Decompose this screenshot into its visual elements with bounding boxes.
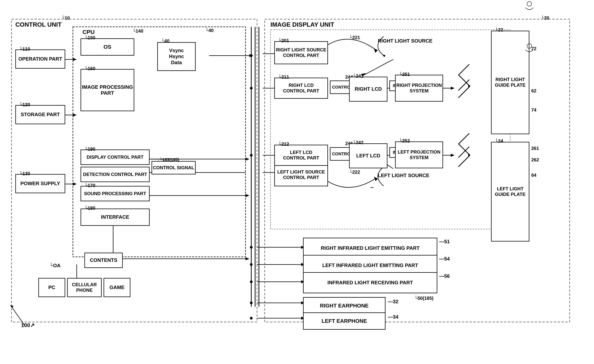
ref-vsync: └40	[161, 38, 169, 44]
ref-power: └130	[19, 171, 30, 176]
left-light-guide-box: LEFT LIGHTGUIDE PLATE	[491, 142, 529, 242]
svg-point-26	[250, 54, 253, 57]
svg-marker-12	[245, 158, 249, 161]
right-mirror-top	[453, 73, 472, 104]
vsync-box: VsyncHsyncData	[157, 42, 196, 71]
right-lcd-box: RIGHT LCD	[349, 77, 387, 102]
left-lcd-box: LEFT LCD	[349, 143, 387, 168]
svg-point-47	[250, 246, 253, 249]
right-lcd-ctrl-box: RIGHT LCDCONTROL PART	[274, 78, 328, 99]
ref-40: └40	[205, 28, 214, 33]
ref-56: —56	[439, 273, 450, 279]
ref-54: —54	[439, 256, 450, 262]
svg-marker-5	[73, 58, 77, 61]
os-box: OS	[81, 38, 134, 56]
image-processing-box: IMAGE PROCESSING PART	[81, 69, 134, 111]
ref-right-ls: └221	[349, 35, 360, 40]
ref-ctrl-sig-3: ↑└183(185)	[157, 157, 179, 162]
control-signal-3-box: CONTROL SIGNAL	[152, 161, 196, 174]
svg-point-45	[250, 87, 253, 90]
ref-image-proc: └160	[84, 66, 95, 71]
left-earphone-box: LEFT EARPHONE	[303, 312, 385, 330]
display-control-box: DISPLAY CONTROL PART	[81, 150, 150, 165]
ref-os: └150	[84, 35, 95, 40]
svg-marker-16	[245, 194, 249, 197]
ref-right-lsc: └201	[278, 38, 289, 43]
diagram: CONTROL UNIT └10 IMAGE DISPLAY UNIT └20 …	[0, 0, 594, 364]
ref-left-proj: └252	[399, 138, 410, 144]
ref-right-lcd: └241	[352, 73, 364, 79]
svg-marker-10	[73, 182, 77, 185]
svg-point-46	[250, 154, 253, 157]
ref-51: —51	[439, 239, 450, 245]
svg-line-66	[364, 60, 393, 75]
ref-storage: └120	[19, 102, 30, 107]
contents-box: CONTENTS	[84, 253, 123, 268]
svg-point-49	[250, 280, 253, 283]
ref-left-lcd: └242	[352, 140, 364, 145]
left-light-source-label: LEFT LIGHT SOURCE	[378, 172, 429, 179]
power-supply-box: POWER SUPPLY	[15, 174, 65, 193]
sound-processing-box: SOUND PROCESSING PART	[81, 186, 150, 201]
svg-marker-72	[10, 305, 14, 308]
ref-left-ls: └222	[349, 169, 360, 175]
left-ls-bracket	[370, 165, 385, 188]
ref-right-proj: └251	[399, 72, 410, 77]
svg-marker-25	[249, 54, 253, 57]
ref-262: 262	[531, 157, 539, 163]
left-light-src-ctrl-box: LEFT LIGHT SOURCECONTROL PART	[274, 163, 328, 186]
ref-261: 261	[531, 146, 539, 151]
person-icon-1	[524, 42, 535, 58]
ref-interface: └180	[84, 205, 95, 211]
ref-sound: └170	[84, 183, 95, 188]
svg-point-84	[527, 1, 532, 6]
svg-marker-76	[370, 187, 374, 188]
right-light-source-label: RIGHT LIGHT SOURCE	[378, 38, 432, 44]
svg-point-83	[527, 44, 532, 48]
ref-24: └24	[495, 138, 503, 144]
cellular-phone-box: CELLULARPHONE	[67, 278, 102, 297]
ref-74: 74	[531, 107, 536, 113]
svg-line-81	[459, 155, 470, 167]
ref-control-unit: └10	[61, 15, 70, 21]
ref-left-lcd-ctrl: └212	[278, 141, 289, 147]
cpu-label: CPU	[82, 29, 94, 35]
svg-point-50	[250, 302, 253, 304]
ref-op-part: └110	[19, 46, 30, 52]
ref-62: 62	[531, 88, 536, 93]
infrared-receive-box: INFRARED LIGHT RECEIVING PART	[303, 272, 437, 293]
right-earphone-box: RIGHT EARPHONE	[303, 297, 385, 314]
svg-marker-75	[382, 54, 385, 57]
ref-right-lcd-ctrl: └211	[278, 74, 289, 80]
svg-point-51	[250, 317, 253, 319]
right-light-src-ctrl-box: RIGHT LIGHT SOURCECONTROL PART	[274, 41, 328, 64]
ref-34: —34	[388, 314, 398, 320]
person-icon-2	[524, 0, 581, 29]
detection-control-box: DETECTION CONTROL PART	[81, 167, 150, 182]
left-projection-box: LEFT PROJECTIONSYSTEM	[395, 141, 443, 168]
storage-part-box: STORAGE PART	[15, 105, 65, 124]
ref-22: └22	[495, 27, 503, 33]
operation-part-box: OPERATION PART	[15, 49, 65, 69]
svg-marker-8	[73, 113, 77, 117]
image-display-unit-title: IMAGE DISPLAY UNIT	[270, 21, 334, 28]
ref-display-ctrl: └190	[84, 146, 95, 152]
control-unit-title: CONTROL UNIT	[15, 21, 61, 28]
svg-marker-19	[245, 257, 249, 260]
pc-box: PC	[38, 278, 65, 297]
oa-label: └OA	[49, 263, 61, 269]
right-projection-box: RIGHT PROJECTIONSYSTEM	[395, 75, 443, 102]
game-box: GAME	[104, 278, 130, 297]
left-lcd-ctrl-box: LEFT LCDCONTROL PART	[274, 145, 328, 166]
ref-100: 100↗	[21, 322, 34, 328]
svg-point-48	[250, 263, 253, 266]
ref-50-185: └50(185)	[414, 296, 433, 301]
interface-box: INTERFACE	[81, 209, 150, 226]
ref-64: 64	[531, 172, 536, 178]
ref-32: —32	[388, 299, 398, 304]
right-ls-bracket	[370, 34, 385, 58]
ref-cpu: └140	[132, 28, 143, 34]
